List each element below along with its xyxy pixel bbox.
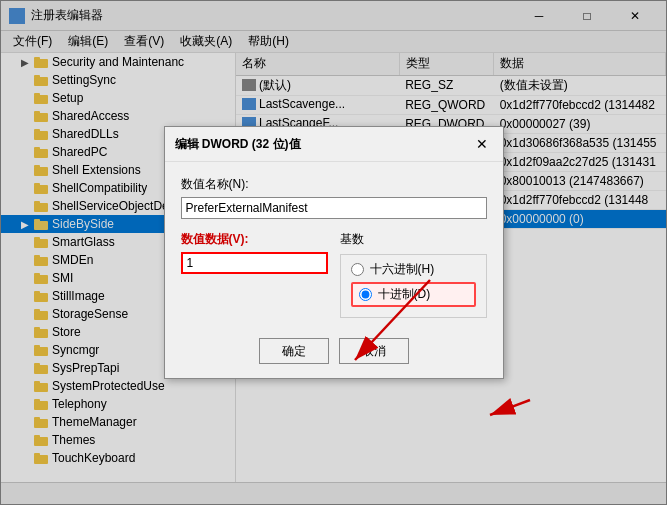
dialog-titlebar: 编辑 DWORD (32 位)值 ✕ bbox=[165, 127, 503, 162]
base-radio-group: 十六进制(H) 十进制(D) bbox=[340, 254, 487, 318]
dec-label: 十进制(D) bbox=[378, 286, 431, 303]
value-base-row: 数值数据(V): 基数 十六进制(H) 十进制(D) bbox=[181, 231, 487, 318]
value-input[interactable] bbox=[181, 252, 328, 274]
cancel-button[interactable]: 取消 bbox=[339, 338, 409, 364]
name-input[interactable] bbox=[181, 197, 487, 219]
value-section: 数值数据(V): bbox=[181, 231, 328, 318]
value-label: 数值数据(V): bbox=[181, 231, 328, 248]
dialog-body: 数值名称(N): 数值数据(V): 基数 十六进制(H) bbox=[165, 162, 503, 330]
dialog-title: 编辑 DWORD (32 位)值 bbox=[175, 136, 301, 153]
base-title: 基数 bbox=[340, 231, 487, 248]
hex-label: 十六进制(H) bbox=[370, 261, 435, 278]
hex-radio-item[interactable]: 十六进制(H) bbox=[351, 261, 476, 278]
base-section: 基数 十六进制(H) 十进制(D) bbox=[340, 231, 487, 318]
name-field-group: 数值名称(N): bbox=[181, 176, 487, 219]
dec-radio[interactable] bbox=[359, 288, 372, 301]
hex-radio[interactable] bbox=[351, 263, 364, 276]
dec-radio-item[interactable]: 十进制(D) bbox=[351, 282, 476, 307]
ok-button[interactable]: 确定 bbox=[259, 338, 329, 364]
edit-dword-dialog: 编辑 DWORD (32 位)值 ✕ 数值名称(N): 数值数据(V): 基数 bbox=[164, 126, 504, 379]
modal-overlay: 编辑 DWORD (32 位)值 ✕ 数值名称(N): 数值数据(V): 基数 bbox=[0, 0, 667, 505]
name-label: 数值名称(N): bbox=[181, 176, 487, 193]
dialog-close-button[interactable]: ✕ bbox=[471, 133, 493, 155]
dialog-footer: 确定 取消 bbox=[165, 330, 503, 378]
